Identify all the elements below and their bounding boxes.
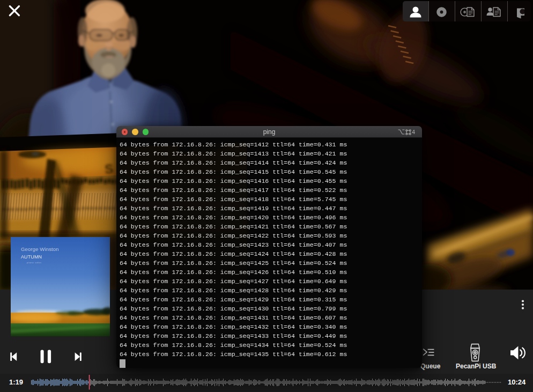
- svg-text:piano solos: piano solos: [27, 261, 42, 264]
- svg-text:S: S: [104, 161, 114, 176]
- svg-text:George Winston: George Winston: [21, 246, 59, 252]
- svg-text:AUTUMN: AUTUMN: [21, 254, 42, 260]
